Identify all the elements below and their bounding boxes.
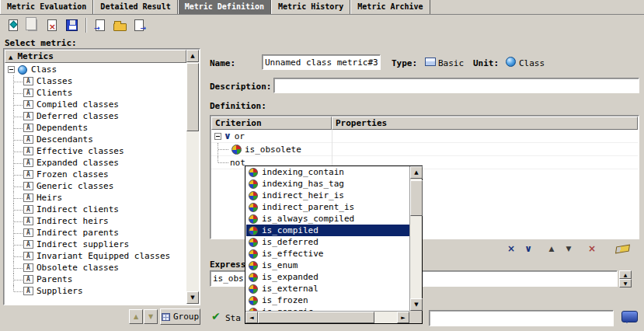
wipe-out-button[interactable] bbox=[612, 242, 632, 256]
dropdown-item[interactable]: indirect_heir_is bbox=[246, 190, 409, 201]
move-criterion-up-button[interactable]: ▲ bbox=[544, 242, 559, 256]
criterion-column-header[interactable]: Criterion bbox=[211, 117, 332, 130]
tree-item[interactable]: Clients bbox=[5, 87, 186, 99]
dropdown-item-label: is_frozen bbox=[262, 295, 308, 305]
dropdown-item[interactable]: is_frozen bbox=[246, 294, 409, 306]
scroll-right-icon[interactable] bbox=[397, 312, 409, 323]
export-metrics-button[interactable]: → bbox=[130, 16, 148, 34]
group-toggle-button[interactable]: Group bbox=[160, 308, 200, 325]
tree-item[interactable]: Parents bbox=[5, 274, 186, 285]
tree-item[interactable]: Heirs bbox=[5, 192, 186, 204]
open-metrics-button[interactable] bbox=[110, 16, 129, 34]
delete-metric-button[interactable]: × bbox=[43, 16, 61, 34]
copy-metric-button[interactable] bbox=[23, 16, 42, 34]
tree-item[interactable]: Indirect heirs bbox=[5, 215, 186, 227]
arrow-out-icon: → bbox=[140, 24, 146, 32]
name-input[interactable] bbox=[262, 54, 381, 70]
main-toolbar: × → → bbox=[0, 15, 644, 36]
metric-icon bbox=[23, 182, 33, 190]
dropdown-scrollbar-thumb[interactable] bbox=[410, 180, 423, 216]
dropdown-item-label: is_enum bbox=[262, 260, 298, 270]
tree-item[interactable]: Obsolete classes bbox=[5, 262, 186, 274]
criterion-row-is-obsolete[interactable]: is_obsolete bbox=[211, 143, 638, 156]
scroll-left-icon[interactable] bbox=[245, 312, 258, 323]
tree-item-class-root[interactable]: Class bbox=[5, 64, 186, 75]
dropdown-item[interactable]: is_external bbox=[246, 283, 409, 294]
metric-icon bbox=[23, 170, 33, 179]
comment-icon[interactable] bbox=[621, 311, 638, 322]
tree-item[interactable]: Deferred classes bbox=[5, 110, 186, 122]
metrics-column-header[interactable]: Metrics bbox=[5, 50, 186, 63]
status-detail-input[interactable] bbox=[429, 310, 614, 326]
dropdown-item[interactable]: indexing_contain bbox=[246, 166, 409, 178]
import-metrics-button[interactable]: → bbox=[91, 16, 110, 34]
collapse-expander-icon[interactable] bbox=[8, 66, 15, 73]
tab-detailed-result[interactable]: Detailed Result bbox=[93, 0, 177, 14]
tree-item-label: Effective classes bbox=[37, 146, 124, 156]
scroll-down-icon[interactable] bbox=[410, 298, 423, 311]
dropdown-vertical-scrollbar[interactable] bbox=[409, 166, 422, 311]
tab-metric-definition[interactable]: Metric Definition bbox=[178, 0, 271, 14]
tree-item[interactable]: Indirect suppliers bbox=[5, 239, 186, 250]
tree-item[interactable]: Invariant Equipped classes bbox=[5, 250, 186, 262]
metric-icon bbox=[23, 193, 33, 202]
tree-item[interactable]: Expanded classes bbox=[5, 157, 186, 169]
sort-ascending-icon bbox=[9, 51, 12, 61]
dropdown-item[interactable]: is_compiled bbox=[246, 225, 409, 236]
description-input[interactable] bbox=[273, 78, 639, 93]
and-criterion-button[interactable]: × bbox=[503, 242, 519, 256]
tree-item[interactable]: Suppliers bbox=[5, 285, 186, 297]
save-metric-button[interactable] bbox=[62, 16, 81, 34]
expression-scroll-up-icon[interactable]: ▲ bbox=[619, 270, 632, 279]
delete-criterion-button[interactable]: × bbox=[584, 242, 600, 256]
dropdown-item[interactable]: is_expanded bbox=[246, 271, 409, 283]
delete-criterion-icon: × bbox=[588, 243, 596, 254]
dropdown-item[interactable]: indirect_parent_is bbox=[246, 201, 409, 213]
tree-item[interactable]: Compiled classes bbox=[5, 99, 186, 110]
tree-item[interactable]: Indirect clients bbox=[5, 204, 186, 215]
move-criterion-down-button[interactable]: ▼ bbox=[561, 242, 576, 256]
dropdown-item-label: is_deferred bbox=[262, 237, 319, 247]
tree-item[interactable]: Descendants bbox=[5, 134, 186, 145]
tree-scrollbar-thumb[interactable] bbox=[186, 63, 199, 131]
tree-item-label: Dependents bbox=[37, 123, 88, 133]
metric-icon bbox=[23, 147, 33, 155]
tab-metric-evaluation[interactable]: Metric Evaluation bbox=[0, 0, 93, 14]
tree-item[interactable]: Classes bbox=[5, 75, 186, 87]
tree-item-label: Deferred classes bbox=[37, 111, 119, 121]
tree-item[interactable]: Indirect parents bbox=[5, 227, 186, 239]
dropdown-item[interactable]: is_always_compiled bbox=[246, 213, 409, 225]
collapse-expander-icon[interactable] bbox=[214, 133, 221, 140]
tab-metric-archive[interactable]: Metric Archive bbox=[350, 0, 430, 14]
tree-item[interactable]: Dependents bbox=[5, 122, 186, 134]
scrollbar-corner bbox=[409, 311, 422, 323]
metric-icon bbox=[23, 240, 33, 249]
tree-item[interactable]: Frozen classes bbox=[5, 169, 186, 180]
scroll-down-icon[interactable] bbox=[186, 291, 199, 304]
or-criterion-button[interactable]: ∨ bbox=[520, 242, 536, 256]
or-operator-icon bbox=[224, 132, 231, 141]
tree-item[interactable]: Generic classes bbox=[5, 180, 186, 192]
dropdown-item[interactable]: is_effective bbox=[246, 248, 409, 260]
dropdown-horizontal-scrollbar[interactable] bbox=[245, 311, 409, 323]
expression-scroll-down-icon[interactable]: ▼ bbox=[619, 279, 632, 287]
criterion-row-or[interactable]: or bbox=[211, 130, 638, 143]
metric-icon bbox=[23, 124, 33, 132]
scroll-up-icon[interactable] bbox=[186, 50, 199, 62]
move-up-icon: ▲ bbox=[549, 245, 555, 253]
tree-connector bbox=[10, 204, 23, 215]
tree-item-label: Indirect clients bbox=[37, 204, 119, 214]
tab-metric-history[interactable]: Metric History bbox=[271, 0, 350, 14]
dropdown-item[interactable]: is_enum bbox=[246, 260, 409, 271]
tree-item[interactable]: Effective classes bbox=[5, 145, 186, 157]
properties-column-header[interactable]: Properties bbox=[332, 117, 638, 130]
move-metric-down-button[interactable]: ▼ bbox=[144, 309, 158, 324]
dropdown-item[interactable]: indexing_has_tag bbox=[246, 178, 409, 190]
tree-scrollbar[interactable] bbox=[186, 50, 199, 304]
dropdown-hscrollbar-thumb[interactable] bbox=[258, 312, 374, 323]
dropdown-item[interactable]: is_deferred bbox=[246, 236, 409, 248]
scroll-up-icon[interactable] bbox=[410, 166, 423, 179]
new-metric-button[interactable] bbox=[4, 16, 23, 34]
move-metric-up-button[interactable]: ▲ bbox=[129, 309, 143, 324]
tree-connector bbox=[10, 99, 23, 110]
